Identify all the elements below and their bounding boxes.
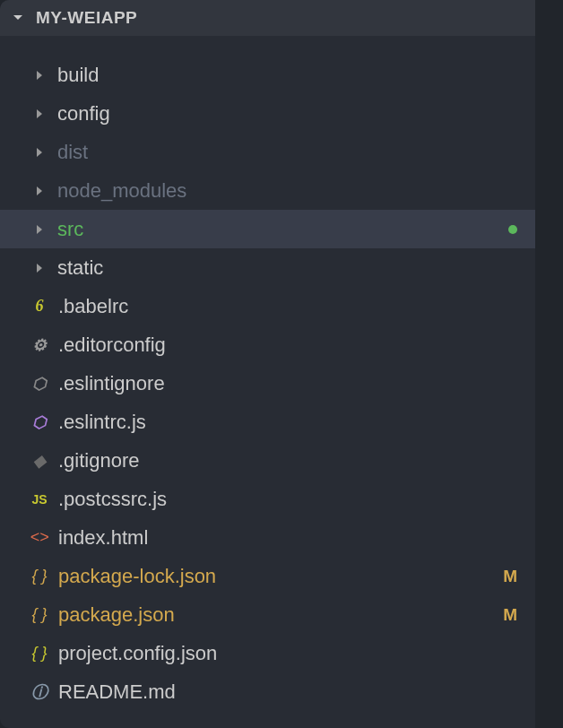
- item-label: .eslintignore: [58, 372, 165, 395]
- item-label: dist: [57, 141, 88, 164]
- expand-icon: [34, 186, 45, 196]
- folder-item[interactable]: config: [0, 94, 535, 133]
- file-item[interactable]: JS.postcssrc.js: [0, 480, 535, 518]
- info-icon: ⓘ: [30, 682, 49, 702]
- item-label: build: [57, 64, 99, 87]
- file-item[interactable]: { }package.jsonM: [0, 595, 535, 634]
- expand-icon: [34, 70, 45, 81]
- file-item[interactable]: ◆.gitignore: [0, 441, 535, 480]
- file-item[interactable]: ⬡.eslintrc.js: [0, 403, 535, 441]
- json2-icon: { }: [30, 644, 49, 663]
- file-item[interactable]: ⬡.eslintignore: [0, 364, 535, 403]
- expand-icon: [34, 263, 45, 273]
- json-icon: { }: [30, 567, 49, 586]
- babel-icon: 6: [30, 297, 49, 316]
- item-label: index.html: [58, 526, 148, 550]
- file-item[interactable]: ⚙.editorconfig: [0, 325, 535, 364]
- folder-item[interactable]: build: [0, 56, 535, 94]
- item-label: package-lock.json: [58, 565, 216, 588]
- item-label: static: [57, 256, 103, 280]
- folder-item[interactable]: node_modules: [0, 171, 535, 210]
- expand-icon: [34, 224, 45, 235]
- item-label: package.json: [58, 603, 175, 627]
- item-label: .editorconfig: [58, 334, 166, 357]
- item-label: .eslintrc.js: [58, 411, 146, 434]
- gear-icon: ⚙: [30, 335, 49, 355]
- item-label: src: [57, 218, 83, 241]
- file-item[interactable]: ⓘREADME.md: [0, 672, 535, 711]
- item-label: README.md: [58, 680, 176, 704]
- collapse-icon: [13, 13, 27, 23]
- eslint-icon: ⬡: [30, 412, 49, 432]
- folder-item[interactable]: dist: [0, 133, 535, 171]
- eslint-ignore-icon: ⬡: [30, 374, 49, 394]
- item-label: project.config.json: [58, 642, 217, 665]
- file-item[interactable]: { }package-lock.jsonM: [0, 557, 535, 595]
- item-label: .babelrc: [58, 295, 128, 318]
- file-tree: buildconfigdistnode_modulessrcstatic6.ba…: [0, 36, 535, 711]
- file-item[interactable]: 6.babelrc: [0, 287, 535, 325]
- expand-icon: [34, 147, 45, 158]
- html-icon: <>: [30, 528, 49, 548]
- file-item[interactable]: <>index.html: [0, 518, 535, 557]
- modified-badge: M: [503, 605, 517, 625]
- expand-icon: [34, 108, 45, 119]
- folder-item[interactable]: static: [0, 248, 535, 287]
- json-icon: { }: [30, 605, 49, 625]
- item-label: node_modules: [57, 179, 186, 203]
- explorer-sidebar: MY-WEIAPP buildconfigdistnode_modulessrc…: [0, 0, 535, 728]
- item-label: .gitignore: [58, 449, 140, 472]
- project-title: MY-WEIAPP: [36, 8, 137, 28]
- project-header[interactable]: MY-WEIAPP: [0, 0, 535, 36]
- item-label: .postcssrc.js: [58, 488, 167, 511]
- item-label: config: [57, 102, 110, 126]
- git-icon: ◆: [30, 451, 49, 471]
- modified-dot: [508, 225, 517, 234]
- modified-badge: M: [503, 567, 517, 586]
- folder-item[interactable]: src: [0, 210, 535, 248]
- file-item[interactable]: { }project.config.json: [0, 634, 535, 672]
- js-icon: JS: [30, 490, 49, 509]
